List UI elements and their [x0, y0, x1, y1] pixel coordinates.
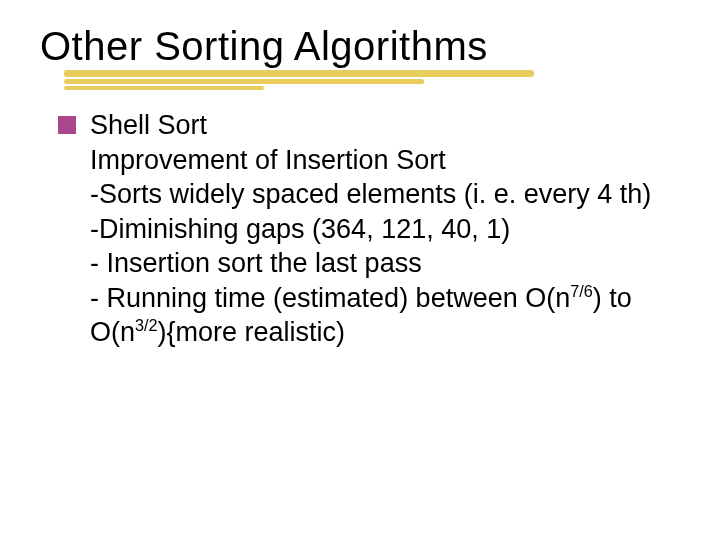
desc-line: - Insertion sort the last pass	[90, 246, 680, 281]
underline-stroke	[64, 86, 264, 90]
square-bullet-icon	[58, 116, 76, 134]
bullet-description: Improvement of Insertion Sort -Sorts wid…	[58, 143, 680, 350]
desc-line: -Diminishing gaps (364, 121, 40, 1)	[90, 212, 680, 247]
desc-line: -Sorts widely spaced elements (i. e. eve…	[90, 177, 680, 212]
running-sup1: 7/6	[570, 282, 593, 300]
underline-stroke	[64, 79, 424, 84]
slide-title: Other Sorting Algorithms	[40, 24, 680, 68]
body-text: Shell Sort Improvement of Insertion Sort…	[40, 108, 680, 350]
bullet-item: Shell Sort	[58, 108, 680, 143]
slide: Other Sorting Algorithms Shell Sort Impr…	[0, 0, 720, 540]
running-sup2: 3/2	[135, 316, 158, 334]
running-pre: - Running time (estimated) between O(n	[90, 283, 570, 313]
running-post: ){more realistic)	[158, 317, 346, 347]
desc-line-running-time: - Running time (estimated) between O(n7/…	[90, 281, 680, 350]
bullet-title: Shell Sort	[90, 110, 207, 140]
title-block: Other Sorting Algorithms	[40, 24, 680, 68]
desc-line: Improvement of Insertion Sort	[90, 143, 680, 178]
underline-stroke	[64, 70, 534, 77]
